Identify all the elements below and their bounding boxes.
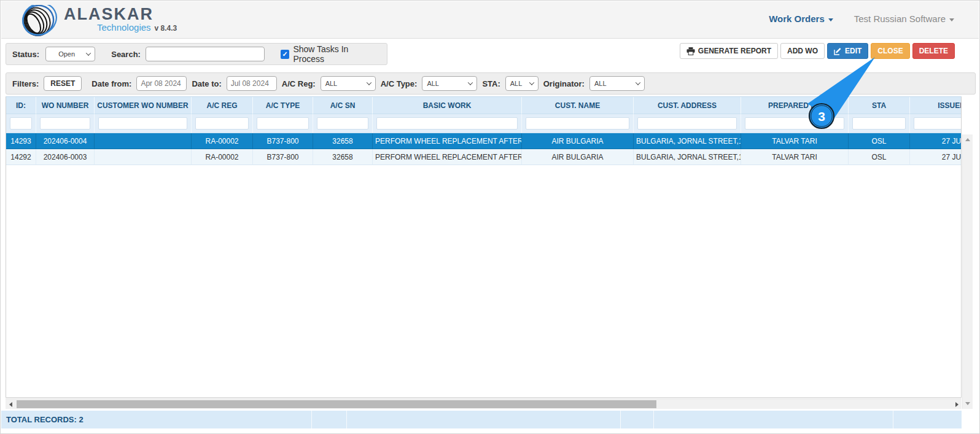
table-row-selected[interactable]: 14293 202406-0004 RA-00002 B737-800 3265… [6,133,962,149]
vertical-scrollbar[interactable] [962,134,973,409]
show-tasks-checkbox[interactable]: ✓ [281,50,290,59]
edit-button[interactable]: EDIT [827,43,868,59]
status-select-value: Open [50,50,83,58]
cell-prepared-by: TALVAR TARI [741,133,849,149]
cell-ac-reg: RA-00002 [192,149,253,165]
close-button[interactable]: CLOSE [871,43,909,59]
horizontal-scrollbar[interactable] [6,398,962,409]
generate-report-label: GENERATE REPORT [698,47,771,55]
chevron-down-icon [86,50,91,55]
cell-customer-wo [95,149,192,165]
ac-type-label: A/C Type: [381,79,418,88]
filter-input-id[interactable] [10,117,32,130]
sta-select[interactable]: ALL [505,76,539,91]
delete-label: DELETE [919,47,948,55]
cell-cust-name: AIR BULGARIA [522,149,634,165]
footer-divider [620,411,621,428]
nav-user-menu[interactable]: Test Russian Software [854,14,954,24]
filter-input-customer-wo-number[interactable] [98,117,187,130]
filter-input-wo-number[interactable] [40,117,90,130]
column-header-sta[interactable]: STA [849,97,910,114]
column-header-cust-name[interactable]: CUST. NAME [522,97,634,114]
horizontal-scrollbar-thumb[interactable] [17,400,656,408]
date-from-label: Date from: [91,79,131,88]
cell-basic-work: PERFORM WHEEL REPLACEMENT AFTER [373,133,522,149]
arrow-left-icon [9,402,12,407]
scroll-up-button[interactable] [963,134,973,145]
action-button-group: GENERATE REPORT ADD WO EDIT CLOSE DELETE [680,43,955,59]
column-header-wo-number[interactable]: WO NUMBER [36,97,95,114]
footer-divider [346,411,347,428]
ac-reg-select[interactable]: ALL [321,76,376,91]
add-wo-button[interactable]: ADD WO [780,43,825,59]
column-header-id[interactable]: ID: [6,97,36,114]
sta-value: ALL [510,80,526,87]
logo-subtitle: Technologies [97,22,151,33]
column-header-customer-wo-number[interactable]: CUSTOMER WO NUMBER [95,97,192,114]
printer-icon [686,47,695,55]
ac-type-select[interactable]: ALL [422,76,477,91]
close-label: CLOSE [877,47,903,55]
date-to-label: Date to: [192,79,221,88]
arrow-right-icon [955,402,959,407]
filters-label: Filters: [12,79,39,88]
filter-input-ac-sn[interactable] [317,117,368,130]
top-nav: Work Orders Test Russian Software [769,14,954,24]
footer-divider [311,411,312,428]
column-header-prepared-by[interactable]: PREPARED BY [741,97,849,114]
cell-issued: 27 JU [910,149,962,165]
status-search-panel: Status: Open Search: ✓ Show Tasks In Pro… [6,43,387,65]
column-header-cust-address[interactable]: CUST. ADDRESS [634,97,741,114]
filter-input-ac-type[interactable] [257,117,309,130]
arrow-down-icon [965,402,970,405]
caret-down-icon [828,18,833,21]
originator-select[interactable]: ALL [589,76,645,91]
column-header-issued[interactable]: ISSUED [910,97,962,114]
ac-reg-label: A/C Reg: [282,79,316,88]
cell-customer-wo [95,133,192,149]
company-logo: ALASKAR Technologies v 8.4.3 [15,5,177,37]
status-select[interactable]: Open [45,47,95,61]
scroll-down-button[interactable] [963,398,973,409]
filter-input-basic-work[interactable] [376,117,518,130]
nav-work-orders-label: Work Orders [769,14,825,24]
chevron-down-icon [529,80,534,85]
column-header-ac-sn[interactable]: A/C SN [313,97,373,114]
table-row[interactable]: 14292 202406-0003 RA-00002 B737-800 3265… [6,149,962,165]
filter-input-issued[interactable] [914,117,962,130]
nav-work-orders-menu[interactable]: Work Orders [769,14,833,24]
filter-input-ac-reg[interactable] [195,117,249,130]
date-from-input[interactable] [136,76,187,91]
filter-input-cust-name[interactable] [526,117,629,130]
column-header-ac-reg[interactable]: A/C REG [192,97,253,114]
search-input[interactable] [146,47,265,61]
filter-input-prepared-by[interactable] [745,117,844,130]
cell-cust-address: BULGARIA, JORNAL STREET,13 [634,133,741,149]
scroll-left-button[interactable] [6,399,15,409]
cell-issued: 27 JU [910,133,962,149]
sta-label: STA: [482,79,500,88]
work-orders-table: ID: WO NUMBER CUSTOMER WO NUMBER A/C REG… [6,96,962,398]
search-label: Search: [111,50,141,59]
cell-sta: OSL [849,133,910,149]
show-tasks-label: Show Tasks In Process [293,44,381,64]
column-header-basic-work[interactable]: BASIC WORK [373,97,522,114]
filter-input-cust-address[interactable] [637,117,737,130]
footer-divider [653,411,654,428]
delete-button[interactable]: DELETE [912,43,955,59]
filter-input-sta[interactable] [852,117,906,130]
generate-report-button[interactable]: GENERATE REPORT [680,43,778,59]
cell-ac-type: B737-800 [253,133,313,149]
chevron-down-icon [468,80,473,85]
footer-bar: TOTAL RECORDS: 2 [1,411,962,428]
scroll-right-button[interactable] [952,399,962,409]
total-records-label: TOTAL RECORDS: 2 [6,415,84,424]
reset-filters-button[interactable]: RESET [44,76,82,91]
cell-basic-work: PERFORM WHEEL REPLACEMENT AFTER [373,149,522,165]
column-header-ac-type[interactable]: A/C TYPE [253,97,313,114]
date-to-input[interactable] [227,76,277,91]
filters-bar: Filters: RESET Date from: Date to: A/C R… [6,72,976,95]
logo-text: ALASKAR Technologies v 8.4.3 [64,5,177,37]
cell-cust-address: BULGARIA, JORNAL STREET,13 [634,149,741,165]
cell-cust-name: AIR BULGARIA [522,133,634,149]
